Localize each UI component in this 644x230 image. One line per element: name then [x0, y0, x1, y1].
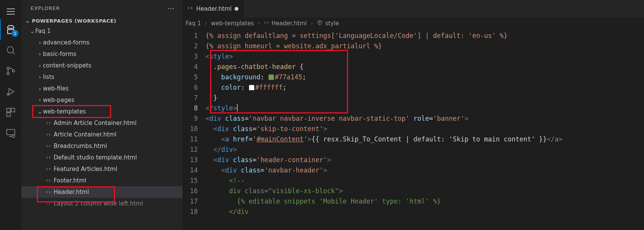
file-item-header[interactable]: Header.html	[21, 186, 182, 198]
folder-root[interactable]: ⌄ Faq 1	[21, 25, 182, 37]
chevron-down-icon: ⌄	[37, 108, 43, 115]
file-item[interactable]: Default studio template.html	[21, 152, 182, 163]
explorer-icon[interactable]: 1	[0, 19, 21, 40]
chevron-right-icon: ›	[310, 20, 313, 27]
folder-advanced-forms[interactable]: ›advanced-forms	[21, 37, 182, 48]
folder-web-templates[interactable]: ⌄web-templates	[21, 106, 182, 117]
breadcrumb[interactable]: Faq 1 › web-templates › Header.html › st…	[182, 18, 644, 29]
svg-rect-6	[11, 108, 15, 112]
file-item[interactable]: Footer.html	[21, 175, 182, 186]
folder-web-pages[interactable]: ›web-pages	[21, 94, 182, 106]
line-number-gutter: 1234 5678 9101112 13141516 1718	[182, 31, 205, 230]
svg-point-2	[7, 72, 9, 75]
chevron-right-icon: ›	[37, 85, 43, 92]
html-file-icon	[44, 178, 52, 183]
explorer-sidebar: EXPLORER ⋯ ⌄ POWERPAGES (WORKSPACE) ⌄ Fa…	[21, 0, 182, 230]
svg-point-0	[7, 47, 13, 53]
breadcrumb-item[interactable]: style	[317, 20, 339, 27]
remote-explorer-icon[interactable]	[0, 123, 21, 143]
workspace-header[interactable]: ⌄ POWERPAGES (WORKSPACE)	[21, 16, 182, 25]
chevron-down-icon: ⌄	[29, 28, 35, 34]
chevron-right-icon: ›	[37, 97, 43, 103]
highlight-box	[210, 50, 348, 113]
chevron-right-icon: ›	[37, 51, 43, 57]
html-file-icon	[44, 132, 52, 137]
html-file-icon	[44, 120, 52, 126]
svg-rect-7	[7, 113, 10, 116]
svg-point-3	[12, 70, 15, 72]
breadcrumb-item[interactable]: Faq 1	[186, 20, 201, 27]
html-file-icon	[44, 155, 52, 160]
chevron-right-icon: ›	[37, 39, 43, 46]
file-item[interactable]: Breadcrumbs.html	[21, 140, 182, 152]
chevron-right-icon: ›	[258, 20, 260, 27]
symbol-icon	[317, 20, 323, 27]
html-file-icon	[187, 5, 193, 13]
folder-web-files[interactable]: ›web-files	[21, 83, 182, 94]
run-debug-icon[interactable]	[0, 81, 21, 102]
breadcrumb-item[interactable]: Header.html	[264, 20, 307, 27]
explorer-more-icon[interactable]: ⋯	[168, 4, 175, 12]
svg-point-4	[7, 94, 9, 95]
search-icon[interactable]	[0, 40, 21, 61]
editor-area: Header.html Faq 1 › web-templates › Head…	[182, 0, 644, 230]
chevron-right-icon: ›	[205, 20, 207, 27]
folder-content-snippets[interactable]: ›content-snippets	[21, 60, 182, 71]
chevron-right-icon: ›	[37, 74, 43, 80]
tab-header-html[interactable]: Header.html	[182, 0, 244, 18]
svg-rect-8	[7, 130, 15, 135]
svg-point-9	[12, 135, 15, 138]
explorer-badge: 1	[12, 30, 18, 37]
html-file-icon	[264, 20, 269, 27]
dirty-indicator-icon	[235, 7, 238, 11]
html-file-icon	[44, 201, 52, 206]
svg-point-1	[7, 67, 9, 69]
html-file-icon	[44, 189, 52, 195]
folder-basic-forms[interactable]: ›basic-forms	[21, 48, 182, 60]
html-file-icon	[44, 166, 52, 172]
file-tree: ⌄ Faq 1 ›advanced-forms ›basic-forms ›co…	[21, 25, 182, 230]
chevron-down-icon: ⌄	[25, 18, 30, 24]
code-editor[interactable]: 1234 5678 9101112 13141516 1718 {% assig…	[182, 29, 644, 230]
breadcrumb-item[interactable]: web-templates	[211, 20, 254, 27]
chevron-right-icon: ›	[37, 62, 43, 69]
menu-icon[interactable]	[0, 4, 21, 19]
explorer-title-bar: EXPLORER ⋯	[21, 0, 182, 16]
extensions-icon[interactable]	[0, 102, 21, 123]
file-item[interactable]: Admin Article Container.html	[21, 117, 182, 129]
file-item[interactable]: Article Container.html	[21, 129, 182, 140]
svg-rect-5	[7, 108, 10, 112]
file-item[interactable]: Layout 2 column wide left.html	[21, 198, 182, 209]
activity-bar: 1	[0, 0, 21, 230]
editor-tab-bar: Header.html	[182, 0, 644, 18]
file-item[interactable]: Featured Articles.html	[21, 163, 182, 175]
folder-lists[interactable]: ›lists	[21, 71, 182, 83]
source-control-icon[interactable]	[0, 61, 21, 81]
html-file-icon	[44, 143, 52, 149]
explorer-title: EXPLORER	[31, 5, 60, 11]
